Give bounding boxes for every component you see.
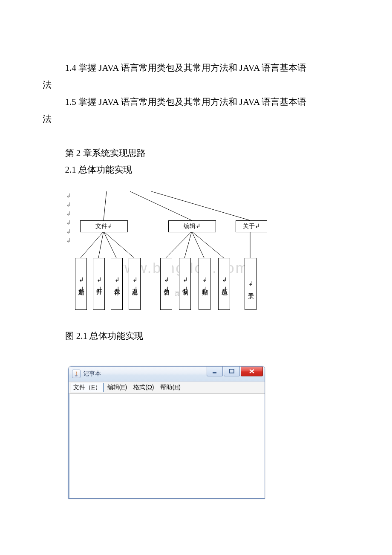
maximize-button[interactable] (224, 367, 240, 376)
notepad-window: 记事本 文件（F） 编辑(E) 格式(O) (68, 366, 265, 499)
paragraph-1-5: 1.5 掌握 JAVA 语言常用类包及其常用方法和 JAVA 语言基本语 (43, 94, 349, 111)
svg-line-10 (192, 231, 224, 258)
tree-leaf-new: ↲新建↲ (75, 258, 87, 310)
tree-node-about: 关于↲ (236, 220, 267, 232)
menu-help[interactable]: 帮助(H) (158, 383, 183, 392)
menubar: 文件（F） 编辑(E) 格式(O) 帮助(H) (69, 382, 265, 394)
svg-line-3 (81, 231, 104, 258)
paragraph-1-5-cont: 法 (43, 111, 349, 128)
menu-edit[interactable]: 编辑(E) (105, 383, 130, 392)
heading-chapter-2: 第 2 章系统实现思路 (43, 145, 349, 162)
paragraph-1-4: 1.4 掌握 JAVA 语言常用类包及其常用方法和 JAVA 语言基本语 (43, 60, 349, 77)
paragraph-1-4-cont: 法 (43, 77, 349, 94)
svg-line-7 (166, 231, 192, 258)
close-button[interactable] (241, 367, 263, 376)
tree-leaf-open: ↲打开↲ (93, 258, 105, 310)
text-area[interactable] (69, 394, 265, 498)
tree-leaf-color: ↲颜色↲ (218, 258, 230, 310)
java-app-icon (72, 370, 81, 378)
close-icon (248, 368, 255, 374)
tree-leaf-about: ↲关于 (245, 258, 257, 310)
tree-leaf-paste: ↲粘贴↲ (199, 258, 210, 310)
tree-leaf-cut: ↲剪切↲ (160, 258, 172, 310)
svg-line-9 (192, 231, 204, 258)
tree-leaf-copy: ↲复制↲ (179, 258, 191, 310)
menu-file[interactable]: 文件（F） (71, 383, 104, 392)
svg-line-1 (130, 191, 192, 220)
maximize-icon (229, 368, 235, 374)
tree-node-edit: 编辑↲ (168, 220, 216, 232)
titlebar[interactable]: 记事本 (69, 367, 265, 382)
tree-leaf-exit: ↲退出↲ (129, 258, 141, 310)
svg-line-5 (104, 231, 116, 258)
function-tree-diagram: ↲ ↲ ↲ ↲ ↲ ↲ www.bingdoc.com 页 (66, 191, 292, 319)
heading-section-2-1: 2.1 总体功能实现 (43, 162, 349, 179)
svg-line-2 (151, 191, 250, 220)
svg-line-0 (104, 191, 107, 220)
svg-line-6 (104, 231, 134, 258)
figure-caption-2-1: 图 2.1 总体功能实现 (43, 328, 349, 345)
svg-line-4 (98, 231, 104, 258)
svg-rect-14 (230, 369, 234, 373)
window-title: 记事本 (83, 370, 101, 378)
minimize-icon (212, 368, 218, 374)
svg-point-12 (75, 376, 78, 376)
svg-rect-13 (213, 372, 216, 373)
tree-node-file: 文件↲ (80, 220, 128, 232)
tree-leaf-save: ↲保存↲ (111, 258, 123, 310)
menu-format[interactable]: 格式(O) (131, 383, 156, 392)
minimize-button[interactable] (207, 367, 223, 376)
